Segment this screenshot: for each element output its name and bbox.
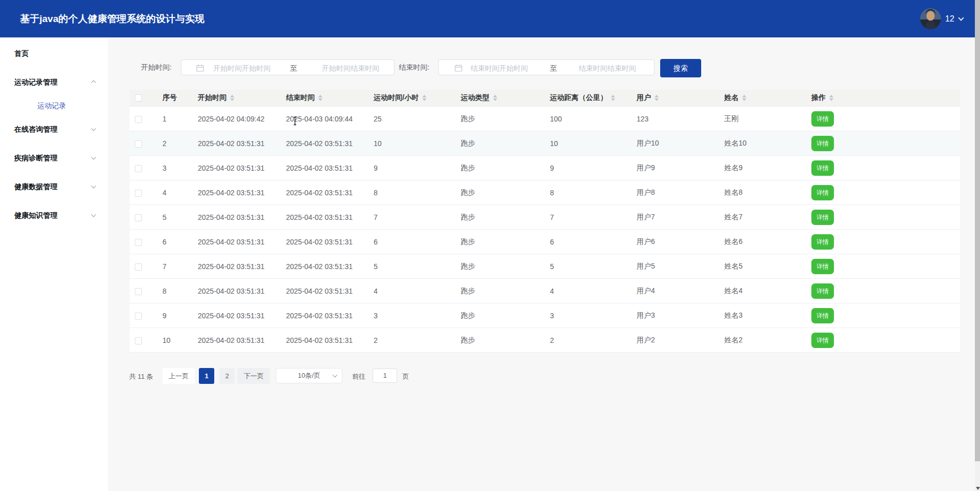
cell-r4-c2: 2025-04-02 03:51:31 (280, 189, 368, 197)
cell-r2-c3: 10 (368, 139, 455, 148)
cell-r9-c0: 9 (156, 312, 192, 320)
detail-button[interactable]: 详情 (811, 111, 834, 127)
avatar[interactable] (920, 8, 941, 29)
calendar-icon (196, 64, 204, 72)
sidebar-item-2[interactable]: 在线咨询管理 (0, 115, 108, 144)
cell-r8-c0: 8 (156, 287, 192, 295)
column-header-5[interactable]: 运动距离（公里） (544, 93, 630, 103)
detail-button[interactable]: 详情 (811, 185, 834, 200)
row-checkbox[interactable] (135, 313, 142, 320)
scrollbar-down-arrow-icon[interactable] (976, 487, 980, 490)
pagination-page-1[interactable]: 1 (199, 368, 214, 384)
sort-carets-icon[interactable] (230, 95, 234, 101)
sidebar-item-0[interactable]: 首页 (0, 39, 108, 68)
detail-button[interactable]: 详情 (811, 259, 834, 274)
records-table: 序号开始时间结束时间运动时间/小时运动类型运动距离（公里）用户姓名操作12025… (130, 90, 960, 353)
sort-carets-icon[interactable] (742, 95, 746, 101)
page-size-select[interactable]: 10条/页 (276, 368, 342, 383)
sidebar-item-label: 健康数据管理 (14, 182, 57, 191)
column-header-2[interactable]: 结束时间 (280, 93, 368, 103)
sort-carets-icon[interactable] (318, 95, 322, 101)
sidebar-item-5[interactable]: 健康知识管理 (0, 201, 108, 230)
column-header-3[interactable]: 运动时间/小时 (368, 93, 455, 103)
column-label: 运动距离（公里） (550, 93, 607, 103)
sidebar-item-1[interactable]: 运动记录管理 (0, 68, 108, 96)
cell-r6-c1: 2025-04-02 03:51:31 (192, 238, 280, 246)
column-header-4[interactable]: 运动类型 (455, 93, 544, 103)
cell-r7-c2: 2025-04-02 03:51:31 (280, 262, 368, 271)
detail-button[interactable]: 详情 (811, 283, 834, 299)
cell-r1-c1: 2025-04-02 04:09:42 (192, 115, 280, 123)
sidebar-item-label: 疾病诊断管理 (14, 154, 57, 162)
chevron-up-icon (91, 80, 96, 85)
cell-r5-c5: 7 (544, 213, 630, 221)
start-time-range-input[interactable]: 开始时间开始时间 至 开始时间结束时间 (181, 59, 395, 75)
row-checkbox[interactable] (135, 140, 142, 148)
sort-carets-icon[interactable] (611, 95, 615, 101)
search-button[interactable]: 搜索 (660, 59, 701, 77)
scrollbar-thumb[interactable] (975, 0, 980, 461)
sort-carets-icon[interactable] (655, 95, 659, 101)
sort-carets-icon[interactable] (829, 95, 833, 101)
detail-button[interactable]: 详情 (811, 210, 834, 225)
column-header-7[interactable]: 姓名 (718, 93, 805, 103)
chevron-down-icon (91, 212, 96, 217)
sidebar-item-label: 运动记录管理 (14, 78, 57, 86)
range-separator: 至 (290, 64, 297, 73)
user-menu[interactable]: 12 (920, 0, 963, 37)
cell-r3-c1: 2025-04-02 03:51:31 (192, 164, 280, 172)
cell-r1-c0: 1 (156, 115, 192, 123)
cell-r6-c5: 6 (544, 238, 630, 246)
pagination-prev-button[interactable]: 上一页 (162, 368, 195, 384)
row-checkbox[interactable] (135, 214, 142, 221)
chevron-down-icon (91, 183, 96, 189)
row-checkbox[interactable] (135, 288, 142, 295)
detail-button[interactable]: 详情 (811, 160, 834, 176)
sidebar-item-3[interactable]: 疾病诊断管理 (0, 144, 108, 172)
column-header-1[interactable]: 开始时间 (192, 93, 280, 103)
row-checkbox[interactable] (135, 337, 142, 344)
pagination-goto-label: 前往 (352, 372, 365, 381)
row-checkbox[interactable] (135, 239, 142, 246)
row-checkbox[interactable] (135, 263, 142, 271)
row-checkbox[interactable] (135, 165, 142, 172)
pagination-goto-input[interactable]: 1 (373, 369, 397, 383)
pagination-total: 共 11 条 (129, 372, 153, 381)
row-checkbox[interactable] (135, 190, 142, 197)
cell-r6-c4: 跑步 (455, 237, 544, 247)
detail-button[interactable]: 详情 (811, 136, 834, 151)
cell-r9-c1: 2025-04-02 03:51:31 (192, 312, 280, 320)
user-dropdown-caret-icon (958, 15, 964, 21)
user-id: 12 (945, 14, 954, 24)
sidebar-item-4[interactable]: 健康数据管理 (0, 172, 108, 201)
cell-r9-c7: 姓名3 (718, 311, 805, 320)
column-label: 运动时间/小时 (374, 93, 419, 103)
table-row-4: 42025-04-02 03:51:312025-04-02 03:51:318… (130, 180, 960, 205)
column-header-8[interactable]: 操作 (805, 93, 960, 103)
sidebar-subitem-运动记录[interactable]: 运动记录 (0, 96, 108, 115)
column-label: 姓名 (724, 93, 739, 103)
cell-r2-c2: 2025-04-02 03:51:31 (280, 139, 368, 148)
cell-r9-c5: 3 (544, 312, 630, 320)
table-header-row: 序号开始时间结束时间运动时间/小时运动类型运动距离（公里）用户姓名操作 (130, 90, 960, 107)
select-all-checkbox[interactable] (135, 94, 142, 101)
start-time-label: 开始时间: (141, 63, 172, 72)
end-time-range-input[interactable]: 结束时间开始时间 至 结束时间结束时间 (438, 59, 655, 75)
sort-carets-icon[interactable] (422, 95, 426, 101)
cell-r4-c5: 8 (544, 189, 630, 197)
chevron-down-icon (91, 126, 96, 131)
end-to-placeholder: 结束时间结束时间 (579, 64, 636, 73)
page-size-value: 10条/页 (298, 372, 320, 379)
column-header-6[interactable]: 用户 (630, 93, 718, 103)
cell-r10-c0: 10 (156, 336, 192, 344)
row-checkbox[interactable] (135, 116, 142, 123)
sort-carets-icon[interactable] (493, 95, 497, 101)
start-to-placeholder: 开始时间结束时间 (322, 64, 379, 73)
detail-button[interactable]: 详情 (811, 333, 834, 348)
pagination-page-2[interactable]: 2 (219, 368, 235, 384)
detail-button[interactable]: 详情 (811, 308, 834, 323)
detail-button[interactable]: 详情 (811, 234, 834, 250)
table-row-1: 12025-04-02 04:09:422025-04-03 04:09:442… (130, 107, 960, 131)
cell-r4-c1: 2025-04-02 03:51:31 (192, 189, 280, 197)
pagination-next-button[interactable]: 下一页 (237, 368, 270, 384)
